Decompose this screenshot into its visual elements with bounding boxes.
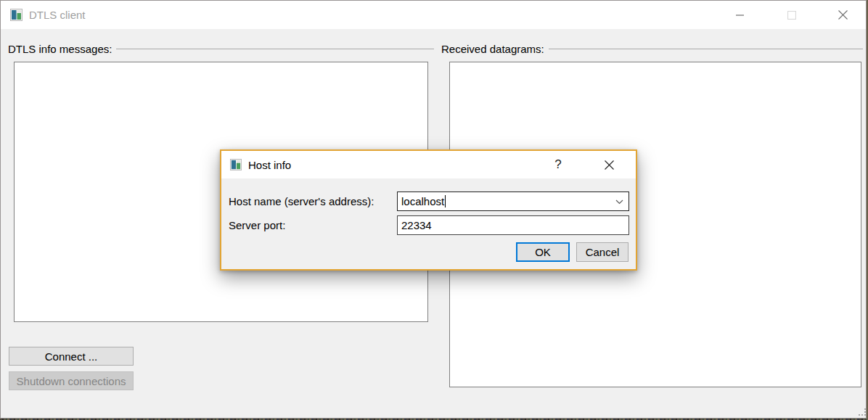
- group-received-datagrams: Received datagrams:: [441, 42, 863, 55]
- shutdown-connections-button: Shutdown connections: [9, 371, 134, 390]
- server-port-label: Server port:: [229, 219, 285, 231]
- dialog-close-button[interactable]: [594, 151, 623, 178]
- group-right-label: Received datagrams:: [441, 43, 544, 55]
- group-dtls-info-messages: DTLS info messages:: [8, 42, 434, 55]
- host-name-value: localhost: [401, 195, 444, 207]
- resize-grip[interactable]: [859, 408, 867, 417]
- host-name-label: Host name (server's address):: [229, 195, 374, 207]
- dialog-titlebar[interactable]: Host info: [221, 151, 636, 178]
- desktop-background: DTLS client DTLS info messages: Received…: [0, 0, 868, 420]
- chevron-down-icon[interactable]: [615, 199, 623, 205]
- maximize-button[interactable]: [775, 1, 808, 29]
- cancel-button[interactable]: Cancel: [576, 242, 629, 262]
- group-left-label: DTLS info messages:: [8, 43, 112, 55]
- server-port-input[interactable]: [397, 215, 629, 235]
- window-close-button[interactable]: [826, 1, 859, 29]
- app-icon: [10, 9, 22, 21]
- group-right-rule: [549, 49, 863, 49]
- window-title: DTLS client: [29, 9, 86, 21]
- text-caret: [445, 195, 446, 207]
- minimize-icon: [736, 11, 745, 20]
- dialog-help-button[interactable]: ?: [544, 151, 573, 178]
- dialog-close-icon: [605, 160, 614, 170]
- host-info-dialog: Host info ? Host name (server's address)…: [220, 149, 637, 271]
- group-left-rule: [116, 49, 434, 49]
- dialog-app-icon: [230, 159, 242, 170]
- dialog-title: Host info: [248, 159, 291, 171]
- host-name-combobox[interactable]: localhost: [397, 192, 629, 211]
- connect-button[interactable]: Connect ...: [9, 347, 134, 366]
- ok-button[interactable]: OK: [516, 242, 570, 262]
- maximize-icon: [787, 11, 796, 20]
- close-icon: [838, 10, 848, 20]
- minimize-button[interactable]: [724, 1, 757, 29]
